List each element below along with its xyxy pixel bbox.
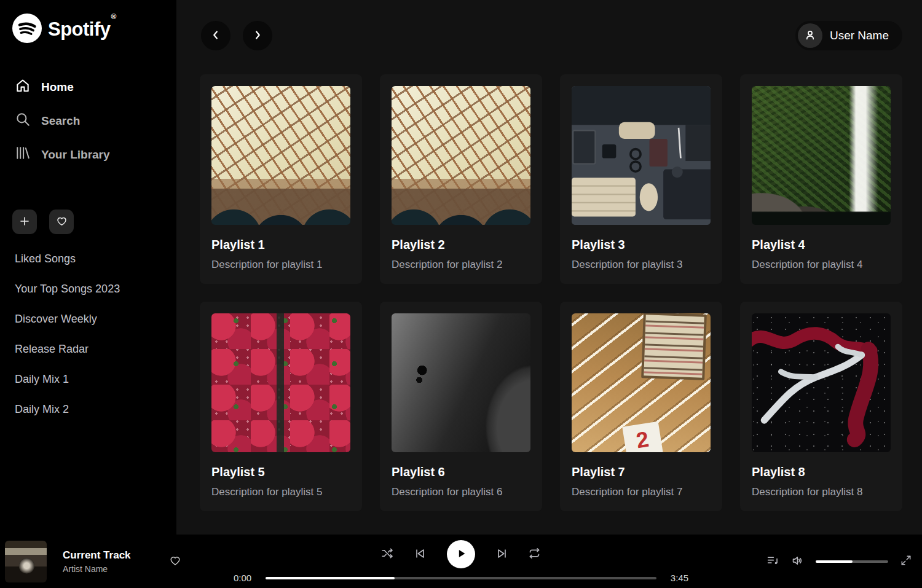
sidebar-item-label: Search	[41, 114, 80, 128]
playlist-cover-art	[392, 313, 530, 452]
volume-fill	[816, 560, 853, 563]
playlist-cover-art	[211, 86, 350, 225]
fullscreen-icon	[900, 554, 912, 568]
progress-bar[interactable]	[266, 577, 656, 579]
now-playing: Current Track Artist Name	[5, 541, 181, 582]
sidebar-item-search[interactable]: Search	[12, 104, 164, 138]
play-button[interactable]	[447, 540, 475, 568]
sidebar-item-label: Home	[41, 80, 74, 94]
elapsed-time: 0:00	[234, 573, 257, 583]
chevron-right-icon	[251, 28, 264, 44]
avatar	[798, 23, 822, 48]
history-nav	[201, 21, 272, 50]
queue-icon	[766, 554, 779, 569]
library-actions	[12, 210, 164, 234]
fullscreen-button[interactable]	[900, 554, 912, 568]
previous-track-button[interactable]	[414, 547, 427, 562]
playlist-cover-art	[572, 313, 711, 452]
next-track-button[interactable]	[495, 547, 508, 562]
playlist-description: Description for playlist 2	[392, 258, 530, 271]
spotify-logo-icon	[12, 14, 42, 45]
app-window: Spotify® Home Search	[0, 0, 922, 535]
topbar: User Name	[176, 0, 922, 50]
player-bar: Current Track Artist Name	[0, 535, 922, 588]
sidebar: Spotify® Home Search	[0, 0, 176, 535]
sidebar-playlist-release-radar[interactable]: Release Radar	[12, 334, 164, 364]
playlist-title: Playlist 1	[211, 237, 350, 252]
playlist-card-2[interactable]: Playlist 2 Description for playlist 2	[380, 74, 542, 284]
heart-icon	[56, 215, 68, 229]
playlist-card-4[interactable]: Playlist 4 Description for playlist 4	[740, 74, 902, 284]
create-playlist-button[interactable]	[12, 210, 37, 234]
playlist-description: Description for playlist 6	[392, 485, 530, 498]
library-icon	[15, 145, 31, 164]
playlist-card-8[interactable]: Playlist 8 Description for playlist 8	[740, 302, 902, 511]
spotify-logo: Spotify®	[12, 14, 164, 45]
playlist-title: Playlist 3	[572, 237, 711, 252]
volume-button[interactable]	[791, 554, 804, 569]
sidebar-playlist-your-top-songs-2023[interactable]: Your Top Songs 2023	[12, 274, 164, 304]
sidebar-playlist-daily-mix-2[interactable]: Daily Mix 2	[12, 394, 164, 425]
playlist-card-3[interactable]: Playlist 3 Description for playlist 3	[560, 74, 722, 284]
playlist-title: Playlist 6	[392, 465, 530, 479]
playlist-title: Playlist 5	[211, 465, 350, 479]
repeat-button[interactable]	[528, 547, 541, 562]
sidebar-playlist-discover-weekly[interactable]: Discover Weekly	[12, 304, 164, 334]
sidebar-playlist-liked-songs[interactable]: Liked Songs	[12, 244, 164, 274]
now-playing-artist: Artist Name	[63, 564, 131, 574]
user-menu-button[interactable]: User Name	[795, 21, 902, 50]
logo-wordmark: Spotify®	[48, 18, 116, 41]
sidebar-playlist-daily-mix-1[interactable]: Daily Mix 1	[12, 364, 164, 394]
sidebar-nav: Home Search Your Library	[12, 70, 164, 171]
now-playing-title: Current Track	[63, 549, 131, 562]
chevron-left-icon	[209, 28, 223, 44]
like-track-button[interactable]	[169, 554, 181, 568]
now-playing-art	[5, 541, 47, 582]
playlist-description: Description for playlist 7	[572, 485, 711, 498]
sidebar-item-your-library[interactable]: Your Library	[12, 138, 164, 171]
total-duration: 3:45	[665, 573, 688, 583]
playlist-description: Description for playlist 4	[752, 258, 891, 271]
sidebar-item-label: Your Library	[41, 148, 110, 162]
repeat-icon	[528, 547, 541, 562]
playlist-card-1[interactable]: Playlist 1 Description for playlist 1	[200, 74, 362, 284]
progress-fill	[266, 577, 395, 579]
playlist-description: Description for playlist 8	[752, 485, 891, 498]
playlist-card-6[interactable]: Playlist 6 Description for playlist 6	[380, 302, 542, 511]
previous-icon	[414, 547, 427, 562]
heart-icon	[169, 559, 181, 568]
shuffle-button[interactable]	[381, 547, 394, 562]
playlist-title: Playlist 8	[752, 465, 891, 479]
user-name: User Name	[830, 29, 889, 42]
player-center: 0:00 3:45	[234, 540, 688, 583]
player-right-controls	[766, 554, 912, 569]
playlist-description: Description for playlist 5	[211, 485, 350, 498]
playlist-card-7[interactable]: Playlist 7 Description for playlist 7	[560, 302, 722, 511]
playlist-cover-art	[211, 313, 350, 452]
person-icon	[803, 28, 817, 44]
playback-controls	[381, 540, 541, 568]
queue-button[interactable]	[766, 554, 779, 569]
sidebar-item-home[interactable]: Home	[12, 70, 164, 104]
playlist-title: Playlist 4	[752, 237, 891, 252]
main-content: User Name Playlist 1 Description for pla…	[176, 0, 922, 535]
volume-icon	[791, 554, 804, 569]
progress-row: 0:00 3:45	[234, 573, 688, 583]
search-icon	[15, 111, 31, 130]
home-icon	[15, 77, 31, 96]
back-button[interactable]	[201, 21, 230, 50]
sidebar-playlists: Liked Songs Your Top Songs 2023 Discover…	[12, 244, 164, 425]
playlist-cover-art	[752, 313, 891, 452]
shuffle-icon	[381, 547, 394, 562]
playlist-cover-art	[752, 86, 891, 225]
playlist-card-5[interactable]: Playlist 5 Description for playlist 5	[200, 302, 362, 511]
plus-icon	[19, 216, 30, 229]
playlist-description: Description for playlist 1	[211, 258, 350, 271]
forward-button[interactable]	[243, 21, 272, 50]
playlist-title: Playlist 7	[572, 465, 711, 479]
liked-songs-button[interactable]	[49, 210, 74, 234]
volume-slider[interactable]	[816, 560, 888, 563]
playlist-grid: Playlist 1 Description for playlist 1 Pl…	[176, 50, 922, 511]
playlist-description: Description for playlist 3	[572, 258, 711, 271]
playlist-cover-art	[392, 86, 530, 225]
